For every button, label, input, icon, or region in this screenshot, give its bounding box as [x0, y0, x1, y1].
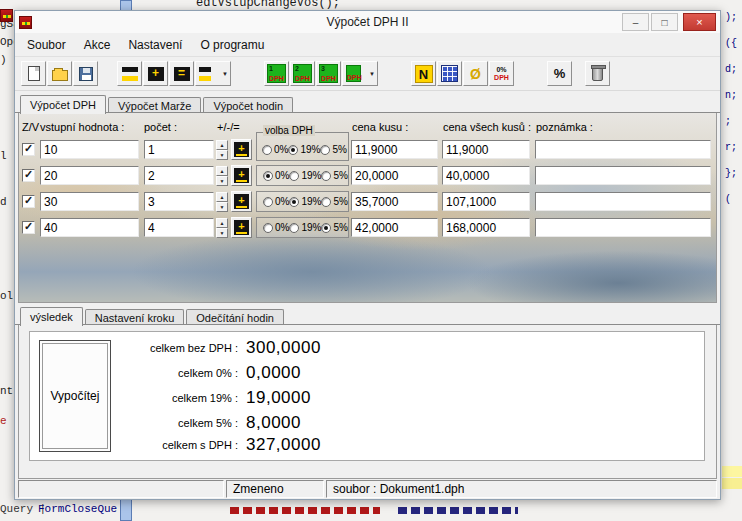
- code-fragment: n;: [725, 90, 742, 101]
- radio-0pct[interactable]: 0%: [263, 196, 289, 207]
- spin-down-icon[interactable]: ▼: [216, 150, 228, 160]
- dph-radio-group: 0% 19% 5%: [256, 139, 349, 160]
- poznamka-input[interactable]: [535, 192, 711, 211]
- new-file-button[interactable]: [21, 61, 46, 86]
- tab-vypocet-hodin[interactable]: Výpočet hodin: [203, 97, 293, 113]
- vstup-input[interactable]: [40, 192, 139, 211]
- band-plus-button[interactable]: +: [143, 61, 168, 86]
- cena-kusu-input[interactable]: [351, 218, 438, 237]
- row-operation-button[interactable]: +: [231, 165, 252, 186]
- dph2-button[interactable]: 2 DPH: [290, 61, 315, 86]
- menu-soubor[interactable]: Soubor: [18, 35, 75, 55]
- pocet-input[interactable]: [144, 166, 214, 185]
- tab-vypocet-marze[interactable]: Výpočet Marže: [108, 97, 201, 113]
- row-operation-button[interactable]: +: [231, 139, 252, 160]
- band-minus-button[interactable]: [117, 61, 142, 86]
- radio-19pct[interactable]: 19%: [289, 222, 321, 233]
- close-button[interactable]: ×: [683, 13, 716, 31]
- dph-percent-button[interactable]: 0% DPH: [489, 61, 514, 86]
- radio-5pct[interactable]: 5%: [320, 144, 346, 155]
- cena-vsech-input[interactable]: [442, 192, 530, 211]
- titlebar[interactable]: Výpočet DPH II – □ ×: [15, 11, 720, 33]
- calculator-button[interactable]: [437, 61, 462, 86]
- radio-19pct[interactable]: 19%: [289, 196, 321, 207]
- cena-vsech-input[interactable]: [442, 218, 530, 237]
- count-spinner[interactable]: ▲▼: [216, 192, 228, 211]
- pocet-input[interactable]: [144, 218, 214, 237]
- count-spinner[interactable]: ▲▼: [216, 166, 228, 185]
- status-panel-file: soubor : Dokument1.dph: [326, 480, 717, 498]
- average-button[interactable]: Ø: [463, 61, 488, 86]
- spin-up-icon[interactable]: ▲: [216, 166, 228, 176]
- tab-vysledek[interactable]: výsledek: [20, 307, 83, 326]
- count-spinner[interactable]: ▲▼: [216, 140, 228, 159]
- poznamka-input[interactable]: [535, 218, 711, 237]
- radio-circle-icon: [289, 223, 299, 233]
- highlight-bar: [722, 466, 742, 477]
- radio-19pct[interactable]: 19%: [289, 170, 321, 181]
- spin-up-icon[interactable]: ▲: [216, 140, 228, 150]
- pocet-input[interactable]: [144, 192, 214, 211]
- radio-circle-icon: [289, 171, 299, 181]
- spin-down-icon[interactable]: ▼: [216, 202, 228, 212]
- spin-down-icon[interactable]: ▼: [216, 228, 228, 238]
- dph-dropdown-button[interactable]: DPH ▼: [342, 61, 378, 86]
- cena-vsech-input[interactable]: [442, 140, 530, 159]
- cena-kusu-input[interactable]: [351, 166, 438, 185]
- tab-odecitani-hodin[interactable]: Odečítání hodin: [186, 309, 284, 325]
- band-dropdown-button[interactable]: ▼: [195, 61, 231, 86]
- cena-vsech-input[interactable]: [442, 166, 530, 185]
- radio-circle-icon: [288, 145, 298, 155]
- radio-0pct[interactable]: 0%: [263, 170, 289, 181]
- count-spinner[interactable]: ▲▼: [216, 218, 228, 237]
- vstup-input[interactable]: [40, 140, 139, 159]
- percent-button[interactable]: %: [547, 61, 572, 86]
- radio-5pct[interactable]: 5%: [321, 170, 347, 181]
- result-row: celkem 0% : 0,0000: [128, 362, 301, 384]
- menu-akce[interactable]: Akce: [75, 35, 120, 55]
- radio-5pct[interactable]: 5%: [321, 196, 347, 207]
- row-checkbox[interactable]: [22, 221, 35, 234]
- row-operation-button[interactable]: +: [231, 191, 252, 212]
- chevron-down-icon: ▼: [222, 71, 228, 77]
- maximize-button[interactable]: □: [651, 13, 678, 31]
- cena-kusu-input[interactable]: [351, 140, 438, 159]
- background-code-line: edtVstupChangeVos();: [196, 0, 340, 10]
- result-row: celkem bez DPH : 300,0000: [128, 337, 321, 359]
- poznamka-input[interactable]: [535, 140, 711, 159]
- poznamka-input[interactable]: [535, 166, 711, 185]
- n-button[interactable]: N: [411, 61, 436, 86]
- vstup-input[interactable]: [40, 218, 139, 237]
- row-checkbox[interactable]: [22, 143, 35, 156]
- cena-kusu-input[interactable]: [351, 192, 438, 211]
- band-equals-button[interactable]: =: [169, 61, 194, 86]
- window-icon[interactable]: [19, 16, 32, 29]
- tab-vypocet-dph[interactable]: Výpočet DPH: [20, 95, 106, 114]
- menu-o-programu[interactable]: O programu: [191, 35, 273, 55]
- delete-button[interactable]: [585, 61, 610, 86]
- spin-down-icon[interactable]: ▼: [216, 176, 228, 186]
- vstup-input[interactable]: [40, 166, 139, 185]
- menu-nastaveni[interactable]: Nastavení: [119, 35, 191, 55]
- row-checkbox[interactable]: [22, 169, 35, 182]
- code-fragment: nt: [0, 385, 13, 397]
- highlight-bar: [722, 478, 742, 489]
- open-file-button[interactable]: [47, 61, 72, 86]
- radio-19pct[interactable]: 19%: [288, 144, 320, 155]
- tab-nastaveni-kroku[interactable]: Nastavení kroku: [85, 309, 184, 325]
- dph1-button[interactable]: 1 DPH: [264, 61, 289, 86]
- row-checkbox[interactable]: [22, 195, 35, 208]
- dph3-button[interactable]: 3 DPH: [316, 61, 341, 86]
- save-file-button[interactable]: [73, 61, 98, 86]
- radio-0pct[interactable]: 0%: [263, 222, 289, 233]
- spin-up-icon[interactable]: ▲: [216, 192, 228, 202]
- open-folder-icon: [52, 70, 68, 81]
- radio-5pct[interactable]: 5%: [321, 222, 347, 233]
- spin-up-icon[interactable]: ▲: [216, 218, 228, 228]
- vypocitej-button[interactable]: Vypočítej: [39, 340, 111, 452]
- code-fragment: ol: [0, 290, 13, 302]
- radio-0pct[interactable]: 0%: [262, 144, 288, 155]
- pocet-input[interactable]: [144, 140, 214, 159]
- minimize-button[interactable]: –: [622, 13, 649, 31]
- row-operation-button[interactable]: +: [231, 217, 252, 238]
